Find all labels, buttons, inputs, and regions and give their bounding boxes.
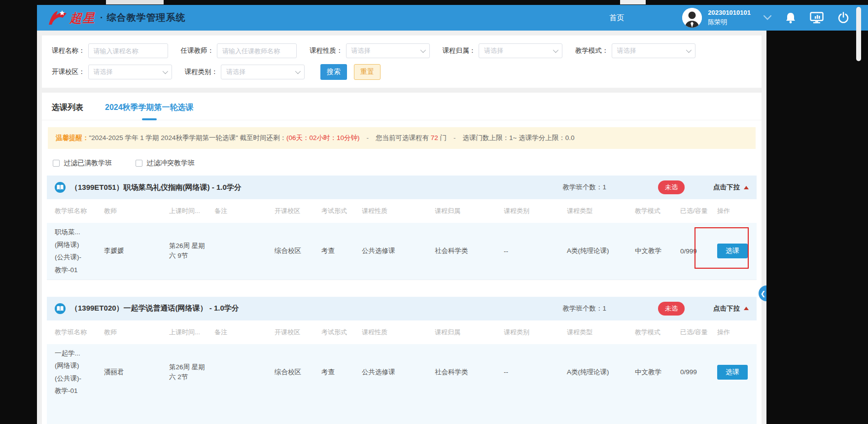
category-cell: -- [504, 368, 567, 376]
class-name-cell: 职场菜... (网络课) (公共课)- 教学-01 [55, 223, 104, 280]
column-header: 课程归属 [435, 207, 504, 215]
column-header: 操作 [717, 207, 759, 215]
column-header: 课程类型 [567, 207, 635, 215]
column-header: 操作 [717, 328, 759, 337]
person-icon [682, 8, 702, 28]
belong-cell: 社会科学类 [435, 247, 504, 255]
logout-power-icon[interactable] [837, 12, 849, 24]
column-header: 课程性质 [362, 328, 435, 337]
notification-bell-icon[interactable] [785, 12, 796, 24]
reset-button[interactable]: 重置 [354, 64, 381, 80]
course-1-expand-toggle[interactable]: 点击下拉 [713, 183, 749, 192]
campus-select[interactable]: 请选择 [88, 65, 172, 79]
triangle-up-icon [744, 307, 749, 310]
course-1-class-count: 教学班个数：1 [562, 183, 606, 192]
nav-home-link[interactable]: 首页 [609, 13, 624, 23]
course-nature-value: 请选择 [351, 46, 371, 55]
tab-round-1-label: 2024秋季学期第一轮选课 [105, 103, 194, 111]
chevron-down-icon [553, 47, 558, 53]
course-1-header[interactable]: （1399ET051）职场菜鸟礼仪指南(网络课) - 1.0学分 教学班个数：1… [47, 176, 757, 199]
mode-cell: 中文教学 [635, 247, 680, 255]
chevron-down-icon [686, 47, 691, 53]
select-course-button[interactable]: 选课 [717, 365, 748, 380]
course-category-value: 请选择 [226, 68, 245, 76]
teacher-input[interactable] [217, 43, 297, 58]
user-info[interactable]: 202301010101 陈荣明 [708, 8, 751, 27]
chevron-left-icon: ❮ [761, 290, 766, 297]
campus-cell: 综合校区 [275, 368, 321, 377]
notice-dash: - [367, 134, 369, 141]
course-2-class-count: 教学班个数：1 [562, 304, 606, 313]
filter-course-nature: 课程性质： 请选择 [310, 43, 430, 58]
belong-cell: 社会科学类 [435, 368, 504, 377]
teacher-cell: 潘丽君 [104, 368, 169, 377]
teacher-cell: 李媛媛 [104, 247, 169, 255]
filter-course-belong: 课程归属： 请选择 [443, 43, 563, 58]
checkbox-icon[interactable] [53, 160, 60, 167]
exam-cell: 考查 [321, 368, 362, 377]
exam-cell: 考查 [321, 247, 362, 255]
column-header: 教学班名称 [55, 328, 104, 337]
course-1-class-row: 职场菜... (网络课) (公共课)- 教学-01 李媛媛 第26周 星期六 9… [47, 223, 757, 280]
page-body: 课程名称： 任课教师： 课程性质： 请选择 课程归属： [37, 31, 766, 424]
course-1-table-header: 教学班名称教师上课时间...备注开课校区考试形式课程性质课程归属课程类别课程类型… [47, 199, 757, 223]
capacity-cell: 0/999 [680, 247, 717, 255]
teach-mode-select[interactable]: 请选择 [612, 43, 695, 58]
teacher-label: 任课教师： [181, 46, 214, 55]
course-name-input[interactable] [88, 43, 168, 58]
type-cell: A类(纯理论课) [567, 247, 635, 255]
campus-value: 请选择 [94, 68, 113, 76]
top-navbar: 超星 · 综合教学管理系统 首页 202301010101 陈荣明 [37, 5, 868, 31]
column-header: 考试形式 [321, 328, 362, 337]
tab-round-1[interactable]: 2024秋季学期第一轮选课 [105, 103, 194, 113]
course-list-panel: 选课列表 2024秋季学期第一轮选课 温馨提醒："2024-2025 学年 1 … [42, 93, 762, 424]
filter-checkboxes-row: 过滤已满教学班 过滤冲突教学班 [53, 159, 751, 168]
nature-cell: 公共选修课 [362, 368, 435, 377]
select-course-button[interactable]: 选课 [717, 244, 748, 258]
filter-full-classes[interactable]: 过滤已满教学班 [53, 159, 112, 168]
column-header: 备注 [214, 328, 275, 337]
course-belong-select[interactable]: 请选择 [479, 43, 562, 58]
course-2-expand-toggle[interactable]: 点击下拉 [713, 304, 749, 313]
filter-campus: 开课校区： 请选择 [52, 65, 172, 79]
teach-mode-label: 教学模式： [575, 46, 609, 55]
scrollbar-thumb[interactable] [856, 7, 861, 61]
notice-banner: 温馨提醒："2024-2025 学年 1 学期 2024秋季学期第一轮选课" 截… [48, 127, 756, 149]
user-id: 202301010101 [708, 8, 751, 18]
course-belong-label: 课程归属： [443, 46, 476, 55]
course-category-select[interactable]: 请选择 [221, 65, 305, 79]
chevron-down-icon [295, 69, 301, 74]
course-2-header[interactable]: （1399ET020）一起学说普通话(网络课） - 1.0学分 教学班个数：1 … [47, 297, 757, 320]
checkbox-icon[interactable] [136, 160, 142, 167]
notice-segment4: 选课门数上限：1~ 选课学分上限：0.0 [463, 134, 575, 141]
course-nature-label: 课程性质： [310, 46, 343, 55]
column-header: 课程归属 [435, 328, 504, 337]
filter-course-name: 课程名称： [52, 43, 168, 58]
course-2-class-row: 一起学... (网络课) (公共课)- 教学-01 潘丽君 第26周 星期六 2… [47, 344, 757, 424]
course-nature-select[interactable]: 请选择 [346, 43, 430, 58]
notice-dash: - [453, 134, 456, 141]
type-cell: A类(纯理论课) [567, 368, 635, 377]
action-cell: 选课 [717, 244, 759, 258]
column-header: 教师 [104, 328, 169, 337]
time-cell: 第26周 星期六 9节 [169, 241, 214, 261]
screen-monitor-icon[interactable] [810, 12, 824, 24]
screenshot-canvas: 超星 · 综合教学管理系统 首页 202301010101 陈荣明 [0, 0, 868, 424]
column-header: 教学模式 [635, 328, 680, 337]
filter-conflict-classes[interactable]: 过滤冲突教学班 [136, 159, 195, 168]
category-cell: -- [504, 247, 567, 255]
expand-label: 点击下拉 [713, 183, 740, 192]
course-category-label: 课程类别： [185, 68, 218, 76]
list-title: 选课列表 [52, 103, 83, 113]
filter-conflict-classes-label: 过滤冲突教学班 [146, 159, 195, 168]
filter-teach-mode: 教学模式： 请选择 [575, 43, 695, 58]
column-header: 上课时间... [169, 207, 214, 215]
active-tab-indicator [142, 118, 157, 120]
course-belong-value: 请选择 [484, 46, 503, 55]
course-section-1: （1399ET051）职场菜鸟礼仪指南(网络课) - 1.0学分 教学班个数：1… [47, 176, 757, 280]
chevron-down-icon[interactable] [764, 15, 771, 20]
user-avatar[interactable] [682, 8, 702, 28]
filter-row-2: 开课校区： 请选择 课程类别： 请选择 搜索 重置 [52, 64, 752, 80]
column-header: 课程类别 [504, 207, 567, 215]
search-button[interactable]: 搜索 [320, 64, 347, 80]
